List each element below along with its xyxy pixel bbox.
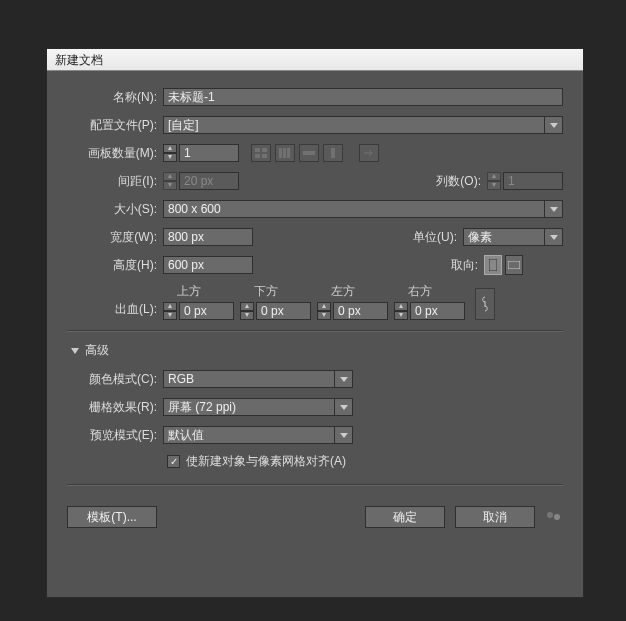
svg-point-12 bbox=[554, 514, 560, 520]
dialog-title: 新建文档 bbox=[47, 49, 583, 71]
units-dropdown-button[interactable] bbox=[545, 228, 563, 246]
bleed-top-stepper[interactable]: ▴▾ bbox=[163, 302, 177, 320]
name-input[interactable] bbox=[163, 88, 563, 106]
preview-label: 预览模式(E): bbox=[67, 427, 163, 444]
raster-label: 栅格效果(R): bbox=[67, 399, 163, 416]
arrow-right-icon bbox=[359, 144, 379, 162]
bleed-right-input[interactable] bbox=[410, 302, 465, 320]
profile-label: 配置文件(P): bbox=[67, 117, 163, 134]
units-label: 单位(U): bbox=[403, 229, 463, 246]
team-icon bbox=[545, 509, 563, 525]
grid-by-col-icon bbox=[275, 144, 295, 162]
orient-label: 取向: bbox=[424, 257, 484, 274]
name-label: 名称(N): bbox=[67, 89, 163, 106]
svg-rect-10 bbox=[508, 261, 520, 269]
align-label: 使新建对象与像素网格对齐(A) bbox=[186, 453, 346, 470]
artboards-input[interactable] bbox=[179, 144, 239, 162]
chevron-down-icon bbox=[71, 348, 79, 354]
svg-rect-6 bbox=[287, 148, 290, 158]
spacing-label: 间距(I): bbox=[67, 173, 163, 190]
artboards-label: 画板数量(M): bbox=[67, 145, 163, 162]
cols-label: 列数(O): bbox=[427, 173, 487, 190]
svg-rect-5 bbox=[283, 148, 286, 158]
svg-rect-1 bbox=[262, 148, 267, 152]
size-label: 大小(S): bbox=[67, 201, 163, 218]
template-button[interactable]: 模板(T)... bbox=[67, 506, 157, 528]
cols-input bbox=[503, 172, 563, 190]
bleed-right-stepper[interactable]: ▴▾ bbox=[394, 302, 408, 320]
bleed-label: 出血(L): bbox=[67, 301, 163, 320]
bleed-left-input[interactable] bbox=[333, 302, 388, 320]
profile-dropdown-button[interactable] bbox=[545, 116, 563, 134]
checkbox-icon[interactable]: ✓ bbox=[167, 455, 180, 468]
height-input[interactable] bbox=[163, 256, 253, 274]
bleed-bottom-label: 下方 bbox=[240, 283, 311, 300]
svg-point-11 bbox=[547, 512, 553, 518]
color-mode-label: 颜色模式(C): bbox=[67, 371, 163, 388]
new-document-dialog: 新建文档 名称(N): 配置文件(P): [自定] 画板数量(M): ▴▾ bbox=[46, 48, 584, 598]
svg-rect-3 bbox=[262, 154, 267, 158]
width-label: 宽度(W): bbox=[67, 229, 163, 246]
grid-by-row-icon bbox=[251, 144, 271, 162]
svg-rect-7 bbox=[303, 151, 315, 155]
bleed-bottom-input[interactable] bbox=[256, 302, 311, 320]
advanced-toggle[interactable]: 高级 bbox=[71, 342, 563, 359]
artboard-stepper[interactable]: ▴▾ bbox=[163, 144, 177, 162]
bleed-bottom-stepper[interactable]: ▴▾ bbox=[240, 302, 254, 320]
svg-rect-8 bbox=[331, 148, 335, 158]
spacing-input bbox=[179, 172, 239, 190]
cols-stepper: ▴▾ bbox=[487, 172, 501, 190]
size-dropdown-button[interactable] bbox=[545, 200, 563, 218]
svg-rect-2 bbox=[255, 154, 260, 158]
svg-rect-9 bbox=[489, 259, 497, 271]
units-select[interactable]: 像素 bbox=[463, 228, 545, 246]
orientation-landscape-button[interactable] bbox=[505, 255, 523, 275]
arrange-col-icon bbox=[323, 144, 343, 162]
ok-button[interactable]: 确定 bbox=[365, 506, 445, 528]
advanced-label: 高级 bbox=[85, 342, 109, 359]
link-icon bbox=[480, 295, 490, 313]
bleed-top-label: 上方 bbox=[163, 283, 234, 300]
svg-rect-0 bbox=[255, 148, 260, 152]
raster-dropdown-button[interactable] bbox=[335, 398, 353, 416]
size-select[interactable]: 800 x 600 bbox=[163, 200, 545, 218]
svg-rect-4 bbox=[279, 148, 282, 158]
orientation-portrait-button[interactable] bbox=[484, 255, 502, 275]
bleed-top-input[interactable] bbox=[179, 302, 234, 320]
raster-select[interactable]: 屏幕 (72 ppi) bbox=[163, 398, 335, 416]
link-bleed-button[interactable] bbox=[475, 288, 495, 320]
width-input[interactable] bbox=[163, 228, 253, 246]
color-mode-select[interactable]: RGB bbox=[163, 370, 335, 388]
bleed-left-stepper[interactable]: ▴▾ bbox=[317, 302, 331, 320]
cancel-button[interactable]: 取消 bbox=[455, 506, 535, 528]
arrange-row-icon bbox=[299, 144, 319, 162]
profile-select[interactable]: [自定] bbox=[163, 116, 545, 134]
preview-dropdown-button[interactable] bbox=[335, 426, 353, 444]
bleed-left-label: 左方 bbox=[317, 283, 388, 300]
height-label: 高度(H): bbox=[67, 257, 163, 274]
color-mode-dropdown-button[interactable] bbox=[335, 370, 353, 388]
preview-select[interactable]: 默认值 bbox=[163, 426, 335, 444]
bleed-right-label: 右方 bbox=[394, 283, 465, 300]
align-checkbox-row[interactable]: ✓ 使新建对象与像素网格对齐(A) bbox=[167, 453, 563, 470]
spacing-stepper: ▴▾ bbox=[163, 172, 177, 190]
